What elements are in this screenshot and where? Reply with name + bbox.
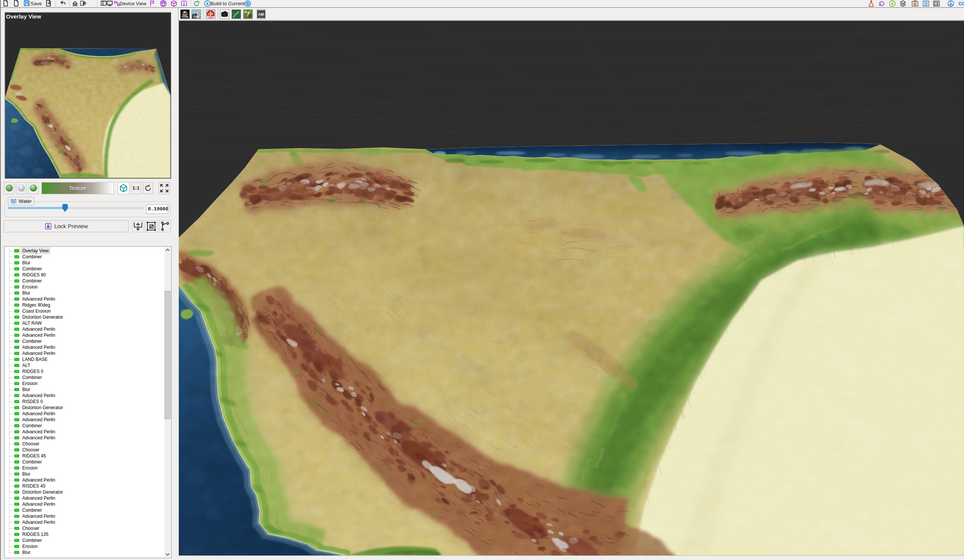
svg-text:Free: Free bbox=[194, 15, 199, 18]
svg-text:A|B: A|B bbox=[258, 13, 264, 16]
svg-text:CO: CO bbox=[958, 1, 964, 7]
svg-text:?: ? bbox=[246, 10, 250, 18]
svg-text:Reset: Reset bbox=[207, 15, 214, 18]
svg-text:Orbit: Orbit bbox=[182, 15, 189, 18]
